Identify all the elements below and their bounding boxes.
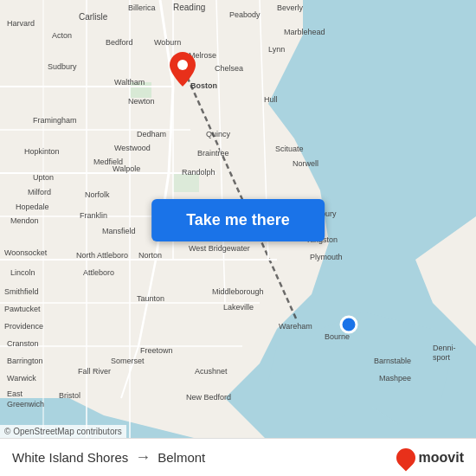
svg-text:Framingham: Framingham <box>33 116 77 125</box>
svg-text:Taunton: Taunton <box>137 294 164 303</box>
svg-text:Sudbury: Sudbury <box>48 62 77 71</box>
svg-text:Peabody: Peabody <box>229 10 261 19</box>
svg-text:Norwell: Norwell <box>293 159 318 168</box>
origin-label: White Island Shores <box>12 450 128 465</box>
svg-text:sport: sport <box>433 353 451 362</box>
svg-text:Westwood: Westwood <box>114 144 151 152</box>
svg-text:Lynn: Lynn <box>268 45 285 54</box>
svg-text:Freetown: Freetown <box>140 346 173 355</box>
svg-point-94 <box>177 60 188 70</box>
svg-text:Warwick: Warwick <box>7 374 36 383</box>
svg-text:Newton: Newton <box>128 97 155 106</box>
svg-text:Greenwich: Greenwich <box>7 400 44 408</box>
svg-text:Lincoln: Lincoln <box>10 268 35 277</box>
destination-pin <box>170 52 196 90</box>
moovit-text: moovit <box>419 450 464 466</box>
svg-text:Harvard: Harvard <box>7 19 35 28</box>
svg-text:Acushnet: Acushnet <box>195 367 228 376</box>
svg-text:Walpole: Walpole <box>113 164 140 173</box>
svg-text:Carlisle: Carlisle <box>79 12 108 22</box>
svg-text:Acton: Acton <box>52 31 72 40</box>
svg-text:Braintree: Braintree <box>197 149 229 158</box>
svg-text:East: East <box>7 389 23 398</box>
arrow-icon: → <box>135 448 151 466</box>
svg-text:Woburn: Woburn <box>154 38 181 47</box>
origin-pin <box>339 315 358 338</box>
svg-text:Bristol: Bristol <box>59 391 80 400</box>
bottom-bar: White Island Shores → Belmont moovit <box>0 438 476 476</box>
svg-text:Randolph: Randolph <box>182 168 215 177</box>
svg-text:Franklin: Franklin <box>80 211 107 220</box>
svg-text:Reading: Reading <box>173 3 205 12</box>
svg-point-95 <box>341 317 357 332</box>
svg-text:Lakeville: Lakeville <box>223 303 254 312</box>
svg-text:Hopedale: Hopedale <box>16 203 49 211</box>
svg-text:Bedford: Bedford <box>106 38 133 47</box>
svg-text:Quincy: Quincy <box>206 130 231 138</box>
svg-text:Marblehead: Marblehead <box>284 28 325 36</box>
svg-text:Pawtucket: Pawtucket <box>4 305 41 313</box>
svg-text:Hopkinton: Hopkinton <box>24 147 60 156</box>
svg-text:Mashpee: Mashpee <box>379 374 411 383</box>
svg-text:Beverly: Beverly <box>277 3 304 12</box>
svg-text:New Bedford: New Bedford <box>186 393 231 402</box>
svg-text:Milford: Milford <box>28 188 51 196</box>
svg-text:Hull: Hull <box>264 95 278 104</box>
svg-text:Plymouth: Plymouth <box>310 253 343 261</box>
svg-text:Waltham: Waltham <box>114 78 145 87</box>
svg-text:Mendon: Mendon <box>10 216 39 225</box>
take-me-there-button[interactable]: Take me there <box>151 199 325 241</box>
svg-text:Providence: Providence <box>4 322 43 331</box>
svg-text:Upton: Upton <box>33 173 54 182</box>
map-container: Reading Carlisle Beverly Billerica Peabo… <box>0 0 476 476</box>
svg-text:Billerica: Billerica <box>128 3 156 12</box>
svg-text:West Bridgewater: West Bridgewater <box>189 244 250 253</box>
svg-text:Cranston: Cranston <box>7 339 39 348</box>
svg-text:Scituate: Scituate <box>275 145 304 153</box>
svg-text:Middleborough: Middleborough <box>212 287 264 296</box>
svg-text:Dedham: Dedham <box>137 130 166 138</box>
map-attribution: © OpenStreetMap contributors <box>0 425 126 438</box>
svg-text:Barrington: Barrington <box>7 357 43 365</box>
svg-text:Fall River: Fall River <box>78 367 111 376</box>
svg-text:Norton: Norton <box>138 251 162 260</box>
svg-text:Barnstable: Barnstable <box>374 357 411 365</box>
svg-text:Mansfield: Mansfield <box>102 227 136 235</box>
svg-text:Norfolk: Norfolk <box>85 190 110 199</box>
moovit-dot-icon <box>392 444 419 471</box>
destination-label: Belmont <box>158 450 205 465</box>
svg-text:North Attleboro: North Attleboro <box>76 251 128 260</box>
svg-text:Smithfield: Smithfield <box>4 287 39 296</box>
svg-text:Somerset: Somerset <box>111 357 145 365</box>
svg-text:Attleboro: Attleboro <box>83 268 114 277</box>
route-info: White Island Shores → Belmont <box>12 448 205 466</box>
moovit-logo: moovit <box>396 448 464 467</box>
svg-text:Woonsocket: Woonsocket <box>4 248 48 257</box>
svg-text:Chelsea: Chelsea <box>215 64 243 73</box>
svg-text:Wareham: Wareham <box>279 322 312 331</box>
svg-text:Denni-: Denni- <box>433 344 456 352</box>
